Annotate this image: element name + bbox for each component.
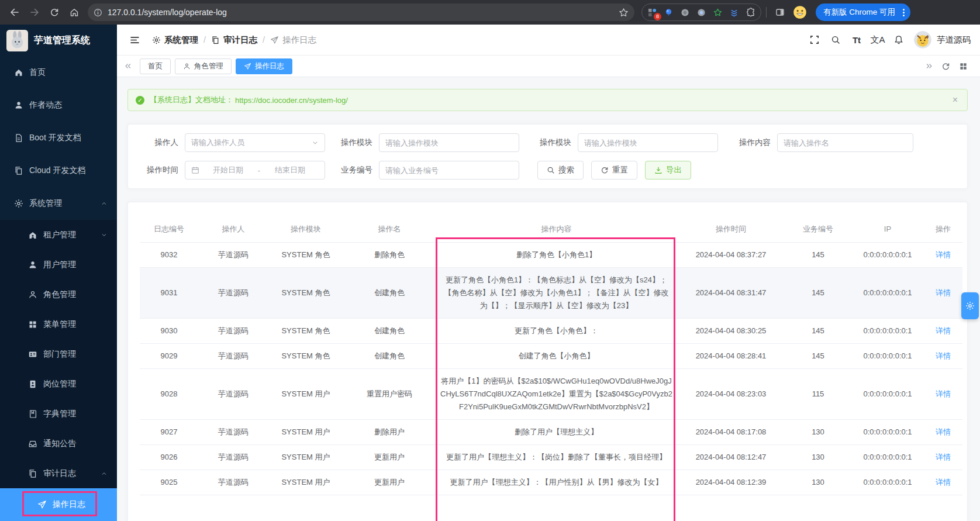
sidebar-item-menu-manage[interactable]: 菜单管理 bbox=[0, 309, 117, 339]
site-info-icon[interactable] bbox=[94, 8, 102, 17]
sidebar-item-system-manage[interactable]: 系统管理 bbox=[0, 187, 117, 220]
cell-name: 更新用户 bbox=[343, 444, 436, 470]
detail-link[interactable]: 详情 bbox=[936, 389, 951, 398]
sidebar-item-cloud-doc[interactable]: Cloud 开发文档 bbox=[0, 154, 117, 187]
extension-badge: 8 bbox=[654, 13, 661, 20]
breadcrumb-item-2[interactable]: 审计日志 bbox=[211, 34, 257, 46]
puzzle-extensions-icon[interactable] bbox=[746, 8, 755, 18]
chrome-update-button[interactable]: 有新版 Chrome 可用 bbox=[816, 4, 910, 21]
sidebar-item-post-manage[interactable]: 岗位管理 bbox=[0, 369, 117, 399]
bookmark-star-icon[interactable] bbox=[619, 8, 629, 18]
breadcrumb-separator: / bbox=[203, 35, 206, 44]
extension-dot-icon[interactable] bbox=[696, 8, 706, 18]
cell-operator: 芋道源码 bbox=[198, 444, 268, 470]
alert-close-icon[interactable]: × bbox=[953, 95, 958, 105]
tab-home[interactable]: 首页 bbox=[140, 58, 171, 74]
extension-balloon-icon[interactable] bbox=[664, 8, 674, 18]
theme-settings-button[interactable] bbox=[961, 292, 979, 319]
user-outline-icon bbox=[28, 290, 37, 299]
url-bar[interactable]: 127.0.0.1/system/log/operate-log bbox=[88, 4, 634, 21]
breadcrumb-item-3[interactable]: 操作日志 bbox=[270, 34, 316, 46]
cell-biz-no: 145 bbox=[785, 242, 851, 267]
sidebar-item-home[interactable]: 首页 bbox=[0, 56, 117, 89]
detail-link[interactable]: 详情 bbox=[936, 427, 951, 436]
search-icon[interactable] bbox=[825, 29, 846, 50]
sidebar-item-dept-manage[interactable]: 部门管理 bbox=[0, 339, 117, 369]
browser-home-icon[interactable] bbox=[65, 4, 83, 21]
app-title: 芋道管理系统 bbox=[34, 34, 90, 47]
breadcrumb-item-1[interactable]: 系统管理 bbox=[152, 34, 198, 46]
extension-grid-icon[interactable]: 8 bbox=[647, 8, 657, 18]
user-filled-icon bbox=[14, 101, 23, 110]
sidebar-item-label: 角色管理 bbox=[43, 289, 76, 300]
table-row: 9030芋道源码SYSTEM 角色创建角色更新了角色【小角色】：2024-04-… bbox=[140, 318, 962, 343]
extension-star-icon[interactable] bbox=[713, 8, 723, 18]
detail-link[interactable]: 详情 bbox=[936, 288, 951, 297]
reload-icon[interactable] bbox=[46, 4, 63, 21]
tab-operate-log[interactable]: 操作日志 bbox=[236, 58, 292, 74]
fullscreen-icon[interactable] bbox=[804, 29, 825, 50]
module-2-input[interactable] bbox=[584, 139, 712, 147]
back-icon[interactable] bbox=[6, 4, 23, 21]
extension-brain-icon[interactable] bbox=[680, 8, 690, 18]
collapse-menu-icon[interactable] bbox=[124, 29, 145, 50]
kebab-menu-icon[interactable] bbox=[899, 9, 908, 16]
cell-ip: 0:0:0:0:0:0:0:1 bbox=[851, 368, 924, 419]
cell-content: 更新了用户【理想主义】：【用户性别】从【男】修改为【女】 bbox=[436, 470, 677, 495]
cell-ip: 0:0:0:0:0:0:0:1 bbox=[851, 470, 924, 495]
cell-action: 详情 bbox=[924, 419, 962, 444]
column-header-log-id: 日志编号 bbox=[140, 216, 198, 242]
app-logo-row[interactable]: 芋道管理系统 bbox=[0, 25, 117, 56]
dept-icon bbox=[28, 350, 37, 359]
refresh-page-icon[interactable] bbox=[937, 59, 954, 73]
detail-link[interactable]: 详情 bbox=[936, 250, 951, 259]
cell-time: 2024-04-04 08:28:41 bbox=[677, 343, 785, 368]
profile-avatar[interactable] bbox=[791, 4, 809, 21]
operator-select[interactable]: 请输入操作人员 bbox=[185, 133, 325, 152]
tabs-scroll-right-icon[interactable] bbox=[922, 59, 937, 73]
module-input[interactable] bbox=[385, 139, 513, 147]
send-icon bbox=[244, 63, 251, 70]
cell-time: 2024-04-04 08:37:27 bbox=[677, 242, 785, 267]
forward-icon[interactable] bbox=[26, 4, 43, 21]
layout-grid-icon[interactable] bbox=[954, 59, 972, 73]
bell-icon[interactable] bbox=[888, 29, 909, 50]
search-button[interactable]: 搜索 bbox=[537, 161, 584, 180]
detail-link[interactable]: 详情 bbox=[936, 453, 951, 461]
sidebar-item-tenant-manage[interactable]: 租户管理 bbox=[0, 220, 117, 250]
tab-role-manage[interactable]: 角色管理 bbox=[175, 58, 232, 74]
detail-link[interactable]: 详情 bbox=[936, 351, 951, 360]
cell-name: 重置用户密码 bbox=[343, 368, 436, 419]
column-header-content: 操作内容 bbox=[436, 216, 677, 242]
detail-link[interactable]: 详情 bbox=[936, 478, 951, 487]
cell-log-id: 9032 bbox=[140, 242, 198, 267]
navbar-tools: Tt 文A 芋道源码 bbox=[804, 29, 971, 50]
export-button[interactable]: 导出 bbox=[645, 161, 691, 180]
user-avatar[interactable] bbox=[914, 31, 931, 49]
tabs-scroll-left-icon[interactable] bbox=[120, 59, 136, 73]
sidebar-item-author-news[interactable]: 作者动态 bbox=[0, 89, 117, 122]
reset-button[interactable]: 重置 bbox=[591, 161, 637, 180]
biz-no-input[interactable] bbox=[385, 166, 513, 175]
font-size-icon[interactable]: Tt bbox=[846, 29, 867, 50]
sidebar-item-audit-log[interactable]: 审计日志 bbox=[0, 458, 117, 488]
detail-link[interactable]: 详情 bbox=[936, 326, 951, 335]
filter-panel: 操作人 请输入操作人员 操作模块 操作模块 bbox=[127, 124, 968, 189]
sidebar-item-notice-manage[interactable]: 通知公告 bbox=[0, 429, 117, 458]
date-range-picker[interactable]: 开始日期 - 结束日期 bbox=[185, 161, 325, 180]
refresh-icon bbox=[601, 166, 609, 174]
extension-chevrons-icon[interactable] bbox=[729, 8, 739, 18]
sidebar-item-operate-log[interactable]: 操作日志 bbox=[0, 488, 117, 521]
download-icon bbox=[654, 166, 662, 174]
sidebar-item-boot-doc[interactable]: Boot 开发文档 bbox=[0, 122, 117, 154]
cell-log-id: 9029 bbox=[140, 343, 198, 368]
username-label[interactable]: 芋道源码 bbox=[937, 34, 971, 46]
cell-biz-no: 145 bbox=[785, 267, 851, 318]
locale-icon[interactable]: 文A bbox=[867, 29, 888, 50]
sidebar-item-dict-manage[interactable]: 字典管理 bbox=[0, 399, 117, 429]
side-panel-icon[interactable] bbox=[771, 4, 789, 21]
sidebar-item-role-manage[interactable]: 角色管理 bbox=[0, 280, 117, 309]
doc-link[interactable]: https://doc.iocoder.cn/system-log/ bbox=[235, 96, 348, 105]
content-input[interactable] bbox=[784, 139, 907, 147]
sidebar-item-user-manage[interactable]: 用户管理 bbox=[0, 250, 117, 280]
